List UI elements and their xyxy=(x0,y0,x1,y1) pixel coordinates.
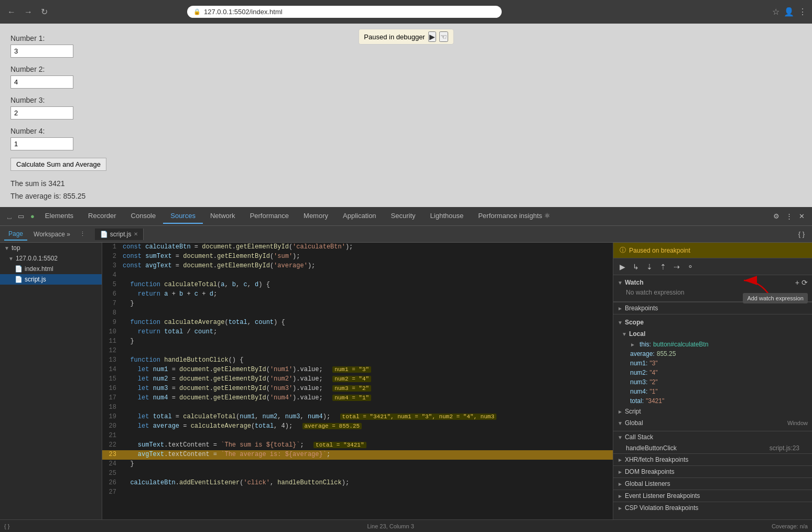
event-breakpoints-title: Event Listener Breakpoints xyxy=(625,492,700,500)
status-curly: { } xyxy=(4,523,9,529)
breakpoints-header[interactable]: ► Breakpoints xyxy=(613,302,812,314)
device-toolbar-button[interactable]: ▭ xyxy=(15,210,27,222)
scope-section: ▼ Scope ▼ Local ► this: button#calculate… xyxy=(613,314,812,431)
file-tab-label: script.js xyxy=(110,231,132,238)
step-over-button[interactable]: ☜ xyxy=(439,31,448,42)
csp-breakpoints-header[interactable]: ► CSP Violation Breakpoints xyxy=(613,502,812,514)
code-line-15: 15 let num2 = document.getElementById('n… xyxy=(102,375,613,384)
add-watch-tooltip: Add watch expression xyxy=(743,293,808,303)
js-file-icon: 📄 xyxy=(15,276,23,283)
url-text: 127.0.0.1:5502/index.html xyxy=(204,8,283,16)
workspace-tab[interactable]: Workspace » xyxy=(29,229,74,240)
sidebar-server[interactable]: ▼ 127.0.0.1:5502 xyxy=(0,253,102,264)
call-stack-title: Call Stack xyxy=(625,433,653,441)
page-content: Paused in debugger ▶ ☜ Number 1: Number … xyxy=(0,24,812,207)
number2-input[interactable] xyxy=(10,75,73,89)
devtools-right-panel: ⓘ Paused on breakpoint ▶ ↳ ⇣ ⇡ ⇢ ⚬ ▼ xyxy=(613,243,812,519)
top-label: top xyxy=(12,244,20,252)
code-line-25: 25 xyxy=(102,469,613,479)
page-tab[interactable]: Page xyxy=(4,228,27,241)
scope-script-header[interactable]: ► Script xyxy=(613,406,812,417)
csp-breakpoints-section: ► CSP Violation Breakpoints xyxy=(613,502,812,514)
code-line-17: 17 let num4 = document.getElementById('n… xyxy=(102,394,613,403)
event-breakpoints-header[interactable]: ► Event Listener Breakpoints xyxy=(613,490,812,502)
script-scope-arrow: ► xyxy=(618,409,623,415)
profile-icon[interactable]: 👤 xyxy=(784,7,794,17)
csp-breakpoints-title: CSP Violation Breakpoints xyxy=(625,504,698,512)
xhr-breakpoints-title: XHR/fetch Breakpoints xyxy=(625,456,688,463)
resume-button[interactable]: ▶ xyxy=(428,31,436,42)
tab-performance[interactable]: Performance xyxy=(243,209,296,224)
code-line-21: 21 xyxy=(102,431,613,441)
code-line-2: 2 const sumText = document.getElementByI… xyxy=(102,252,613,262)
code-line-20: 20 let average = calculateAverage(total,… xyxy=(102,422,613,431)
code-area[interactable]: 1 const calculateBtn = document.getEleme… xyxy=(102,243,613,519)
back-button[interactable]: ← xyxy=(5,5,18,19)
tab-sources[interactable]: Sources xyxy=(163,209,203,224)
code-line-6: 6 return a + b + c + d; xyxy=(102,290,613,299)
scope-header[interactable]: ▼ Scope xyxy=(613,317,812,328)
star-icon[interactable]: ☆ xyxy=(772,7,779,17)
number1-input[interactable] xyxy=(10,45,73,58)
scope-local-header[interactable]: ▼ Local xyxy=(618,328,812,340)
scope-num3: num3: "2" xyxy=(618,377,812,387)
sidebar-index-html[interactable]: 📄 index.html xyxy=(0,264,102,274)
tab-performance-insights[interactable]: Performance insights ⚛ xyxy=(471,209,558,224)
scope-global-header[interactable]: ▼ Global Window xyxy=(613,417,812,429)
more-sources-button[interactable]: ⋮ xyxy=(77,229,89,240)
cs-file-ref: script.js:23 xyxy=(770,444,799,452)
breakpoints-title: Breakpoints xyxy=(625,305,658,312)
tab-lighthouse[interactable]: Lighthouse xyxy=(423,209,471,224)
global-listeners-header[interactable]: ► Global Listeners xyxy=(613,478,812,490)
scope-local-title: Local xyxy=(629,330,645,338)
close-button[interactable]: ✕ xyxy=(796,210,808,222)
code-line-22: 22 sumText.textContent = `The sum is ${t… xyxy=(102,441,613,450)
dom-breakpoints-header[interactable]: ► DOM Breakpoints xyxy=(613,466,812,477)
code-line-19: 19 let total = calculateTotal(num1, num2… xyxy=(102,412,613,422)
sidebar-top[interactable]: ▼ top xyxy=(0,243,102,253)
code-line-9: 9 function calculateAverage(total, count… xyxy=(102,318,613,328)
file-tab-script[interactable]: 📄 script.js ✕ xyxy=(95,229,144,240)
scope-arrow: ▼ xyxy=(618,320,623,325)
bp-icon: ⓘ xyxy=(620,246,626,255)
calculate-button[interactable]: Calculate Sum and Average xyxy=(10,158,106,171)
more-button[interactable]: ⋮ xyxy=(783,210,796,222)
number3-input[interactable] xyxy=(10,106,73,120)
code-line-7: 7 } xyxy=(102,299,613,309)
step-into-debug-button[interactable]: ⇣ xyxy=(644,262,655,272)
call-stack-item: handleButtonClick script.js:23 xyxy=(613,443,812,453)
close-file-tab[interactable]: ✕ xyxy=(134,231,138,237)
sidebar-script-js[interactable]: 📄 script.js xyxy=(0,274,102,285)
tab-elements[interactable]: Elements xyxy=(38,209,81,224)
number4-input[interactable] xyxy=(10,137,73,150)
settings-button[interactable]: ⚙ xyxy=(770,210,783,222)
breakpoint-banner: ⓘ Paused on breakpoint xyxy=(613,243,812,258)
tab-network[interactable]: Network xyxy=(203,209,243,224)
devtools-panel: ⎵ ▭ ● Elements Recorder Console Sources … xyxy=(0,207,812,532)
resume-debug-button[interactable]: ▶ xyxy=(618,262,627,272)
add-watch-button[interactable]: + xyxy=(795,278,799,287)
step-out-debug-button[interactable]: ⇡ xyxy=(658,262,668,272)
number4-label: Number 4: xyxy=(10,127,802,135)
call-stack-header[interactable]: ▼ Call Stack xyxy=(613,431,812,443)
tab-console[interactable]: Console xyxy=(124,209,164,224)
menu-icon[interactable]: ⋮ xyxy=(798,7,807,17)
inspect-element-button[interactable]: ⎵ xyxy=(4,210,15,222)
xhr-breakpoints-header[interactable]: ► XHR/fetch Breakpoints xyxy=(613,454,812,465)
step-over-debug-button[interactable]: ↳ xyxy=(631,262,641,272)
tab-memory[interactable]: Memory xyxy=(296,209,335,224)
tab-recorder[interactable]: Recorder xyxy=(81,209,123,224)
format-button[interactable]: { } xyxy=(795,228,808,240)
dot-button[interactable]: ● xyxy=(27,210,38,222)
deactivate-breakpoints-button[interactable]: ⚬ xyxy=(685,262,696,272)
address-bar[interactable]: 🔒 127.0.0.1:5502/index.html xyxy=(187,6,502,18)
right-panel-scroll[interactable]: ▼ Watch + ⟳ Add watch expression No watc… xyxy=(613,275,812,519)
refresh-button[interactable]: ↻ xyxy=(39,5,50,19)
forward-button[interactable]: → xyxy=(22,5,35,19)
global-scope-arrow: ▼ xyxy=(618,420,623,426)
tab-security[interactable]: Security xyxy=(384,209,423,224)
step-debug-button[interactable]: ⇢ xyxy=(672,262,682,272)
refresh-watch-button[interactable]: ⟳ xyxy=(802,278,808,287)
debug-toolbar: ▶ ↳ ⇣ ⇡ ⇢ ⚬ xyxy=(613,258,812,275)
tab-application[interactable]: Application xyxy=(335,209,384,224)
